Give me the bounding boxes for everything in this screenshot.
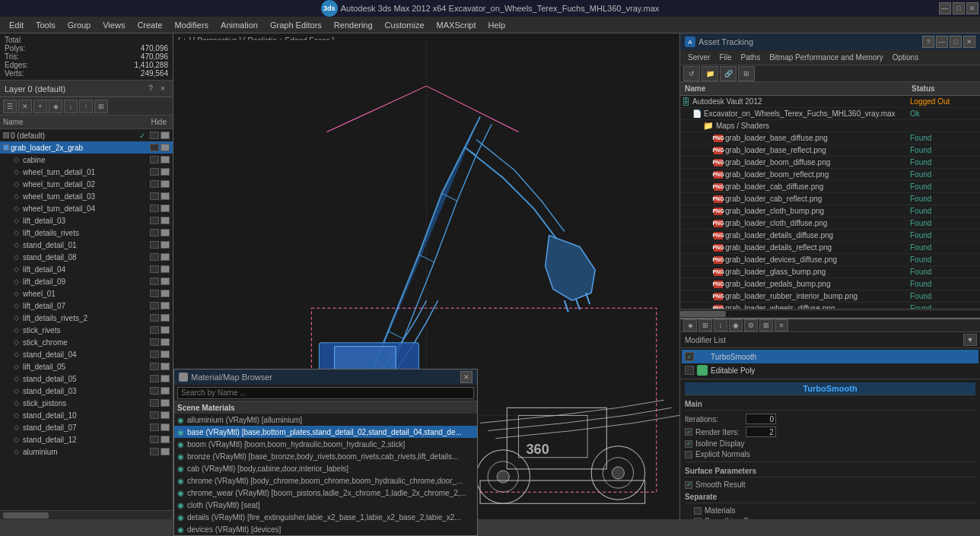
layer-item-stick_chrome[interactable]: ◇stick_chrome [0, 336, 173, 348]
at-maximize-button[interactable]: □ [950, 36, 962, 48]
at-scrollbar[interactable] [680, 309, 980, 318]
at-grid-button[interactable]: ⊞ [738, 66, 755, 81]
layer-item-stand_10[interactable]: ◇stand_detail_10 [0, 409, 173, 421]
iterations-input[interactable] [746, 414, 776, 424]
layer-delete-button[interactable]: ✕ [18, 100, 32, 113]
layer-vis-box[interactable] [150, 217, 159, 224]
modifier-editable-poly[interactable]: Editable Poly [682, 363, 978, 377]
layer-render-box[interactable] [161, 217, 170, 224]
layer-render-box[interactable] [161, 436, 170, 443]
menu-item-views[interactable]: Views [97, 19, 131, 31]
layer-item-stand_08[interactable]: ◇stand_detail_08 [0, 251, 173, 263]
isoline-checkbox[interactable]: ✓ [685, 440, 692, 448]
layer-vis-box[interactable] [150, 326, 159, 334]
layer-vis-box[interactable] [150, 156, 159, 163]
mp-icon-1[interactable]: ◈ [683, 319, 697, 331]
menu-item-customize[interactable]: Customize [379, 19, 431, 31]
menu-item-create[interactable]: Create [131, 19, 168, 31]
mb-item[interactable]: ◉base (VRayMtl) [base,bottom_plates,stan… [174, 426, 477, 438]
menu-item-graph-editors[interactable]: Graph Editors [264, 19, 328, 31]
layers-hscroll[interactable] [0, 510, 173, 519]
layer-vis-box[interactable] [150, 375, 159, 382]
layer-item-lift_rivets_2[interactable]: ◇lift_details_rivets_2 [0, 312, 173, 324]
layer-vis-box[interactable] [150, 144, 159, 151]
modifier-dropdown-button[interactable]: ▼ [963, 334, 977, 346]
layer-render-box[interactable] [161, 290, 170, 297]
mb-item[interactable]: ◉bronze (VRayMtl) [base_bronze,body_rive… [174, 450, 477, 462]
mp-icon-4[interactable]: ◉ [729, 319, 743, 331]
at-row-f7[interactable]: PNG grab_loader_cloth_bump.png Found [680, 205, 980, 217]
at-help-button[interactable]: ? [922, 36, 934, 48]
layer-render-box[interactable] [161, 399, 170, 407]
menu-item-modifiers[interactable]: Modifiers [168, 19, 215, 31]
layer-render-box[interactable] [161, 205, 170, 212]
layer-render-box[interactable] [161, 363, 170, 370]
maximize-button[interactable]: □ [953, 2, 965, 14]
mb-item[interactable]: ◉chrome_wear (VRayMtl) [boom_pistons,lad… [174, 487, 477, 499]
modifier-turbosmooth[interactable]: ✓ TurboSmooth [682, 350, 978, 363]
layer-render-box[interactable] [161, 132, 170, 139]
layer-item-aluminium[interactable]: ◇aluminium [0, 446, 173, 458]
layer-up-button[interactable]: ↑ [79, 100, 93, 113]
layer-render-box[interactable] [161, 241, 170, 249]
layer-render-box[interactable] [161, 448, 170, 455]
menu-item-group[interactable]: Group [62, 19, 97, 31]
layer-vis-box[interactable] [150, 253, 159, 261]
layer-vis-box[interactable] [150, 423, 159, 431]
menu-item-tools[interactable]: Tools [30, 19, 62, 31]
layer-new-button[interactable]: ☰ [3, 100, 17, 113]
at-row-f3[interactable]: PNG grab_loader_boom_diffuse.png Found [680, 157, 980, 169]
ts-checkbox[interactable]: ✓ [685, 352, 694, 361]
layer-vis-box[interactable] [150, 278, 159, 285]
at-menu-server[interactable]: Server [683, 52, 714, 62]
menu-item-rendering[interactable]: Rendering [328, 19, 379, 31]
minimize-button[interactable]: — [939, 2, 951, 14]
layer-item-wheel_turn_01[interactable]: ◇wheel_turn_detail_01 [0, 166, 173, 178]
ep-checkbox[interactable] [685, 366, 694, 375]
at-row-vault[interactable]: 🗄 Autodesk Vault 2012 Logged Out [680, 96, 980, 108]
mp-icon-2[interactable]: ⊞ [698, 319, 712, 331]
layer-vis-box[interactable] [150, 411, 159, 419]
at-row-f12[interactable]: PNG grab_loader_glass_bump.png Found [680, 266, 980, 278]
layers-help-button[interactable]: ? [145, 84, 156, 94]
at-row-f11[interactable]: PNG grab_loader_devices_diffuse.png Foun… [680, 254, 980, 266]
layer-item-stand_04[interactable]: ◇stand_detail_04 [0, 348, 173, 360]
at-row-f2[interactable]: PNG grab_loader_base_reflect.png Found [680, 144, 980, 157]
layer-item-stick_pistons[interactable]: ◇stick_pistons [0, 397, 173, 409]
at-row-maps[interactable]: 📁 Maps / Shaders [680, 120, 980, 132]
layer-item-wheel_turn_03[interactable]: ◇wheel_turn_detail_03 [0, 190, 173, 202]
at-close-button[interactable]: ✕ [963, 36, 975, 48]
menu-item-help[interactable]: Help [482, 19, 512, 31]
layer-vis-box[interactable] [150, 192, 159, 200]
layer-vis-box[interactable] [150, 436, 159, 443]
at-browse-button[interactable]: 📁 [702, 66, 718, 81]
layer-vis-box[interactable] [150, 363, 159, 370]
layer-render-box[interactable] [161, 229, 170, 236]
layer-item-lift_rivets[interactable]: ◇lift_details_rivets [0, 227, 173, 239]
render-iters-checkbox[interactable]: ✓ [685, 428, 692, 436]
layer-item-wheel_turn_04[interactable]: ◇wheel_turn_detail_04 [0, 202, 173, 214]
layer-item-stand_12[interactable]: ◇stand_detail_12 [0, 433, 173, 446]
layer-expand-button[interactable]: ⊞ [94, 100, 108, 113]
layer-vis-box[interactable] [150, 229, 159, 236]
layer-vis-box[interactable] [150, 448, 159, 455]
layer-vis-box[interactable] [150, 387, 159, 395]
at-row-f10[interactable]: PNG grab_loader_details_reflect.png Foun… [680, 242, 980, 254]
at-row-f9[interactable]: PNG grab_loader_details_diffuse.png Foun… [680, 230, 980, 242]
layer-vis-box[interactable] [150, 265, 159, 273]
layer-render-box[interactable] [161, 168, 170, 176]
at-row-f13[interactable]: PNG grab_loader_pedals_bump.png Found [680, 278, 980, 290]
layer-render-box[interactable] [161, 350, 170, 358]
layer-item-stick_rivets[interactable]: ◇stick_rivets [0, 324, 173, 336]
at-row-f1[interactable]: PNG grab_loader_base_diffuse.png Found [680, 132, 980, 144]
layer-vis-box[interactable] [150, 338, 159, 346]
mb-item[interactable]: ◉cab (VRayMtl) [body,cabine,door,interio… [174, 462, 477, 474]
layer-item-wheel_01[interactable]: ◇wheel_01 [0, 287, 173, 300]
mp-icon-7[interactable]: ≡ [775, 319, 788, 331]
at-menu-bitmap-performance-and-memory[interactable]: Bitmap Performance and Memory [765, 52, 888, 62]
smoothing-checkbox[interactable] [694, 518, 702, 520]
layer-item-stand_07[interactable]: ◇stand_detail_07 [0, 421, 173, 433]
layer-vis-box[interactable] [150, 302, 159, 309]
layer-render-box[interactable] [161, 338, 170, 346]
layer-render-box[interactable] [161, 314, 170, 322]
